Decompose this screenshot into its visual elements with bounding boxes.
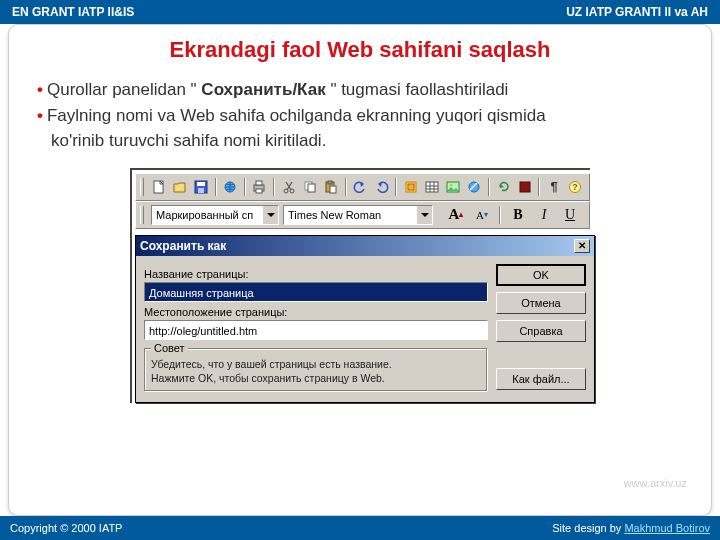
increase-font-button[interactable]: A▴ xyxy=(445,205,467,225)
bullet-dot: • xyxy=(37,103,43,129)
insert-table-button[interactable] xyxy=(422,177,441,197)
hyperlink-button[interactable] xyxy=(465,177,484,197)
page-name-label: Название страницы: xyxy=(144,268,488,280)
style-combo[interactable]: Маркированный сп xyxy=(151,205,279,225)
embedded-app-screenshot: ¶ ? Маркированный сп Times New Roman A▴ xyxy=(130,168,590,403)
copyright: Copyright © 2000 IATP xyxy=(10,522,122,534)
cancel-button[interactable]: Отмена xyxy=(496,292,586,314)
copy-button[interactable] xyxy=(300,177,319,197)
svg-rect-7 xyxy=(256,189,262,193)
hint-legend: Совет xyxy=(151,342,188,354)
bullet-list: • Qurollar panelidan " Сохранить/Как " t… xyxy=(37,77,687,154)
paste-button[interactable] xyxy=(321,177,340,197)
designer-link[interactable]: Makhmud Botirov xyxy=(624,522,710,534)
svg-point-9 xyxy=(290,189,294,193)
hint-line-2: Нажмите OK, чтобы сохранить страницу в W… xyxy=(151,371,481,385)
page-location-input[interactable]: http://oleg/untitled.htm xyxy=(144,320,488,340)
bullet-text-2-cont: ko'rinib turuvchi sahifa nomi kiritiladi… xyxy=(37,128,687,154)
refresh-button[interactable] xyxy=(494,177,513,197)
svg-point-8 xyxy=(284,189,288,193)
footer: Copyright © 2000 IATP Site design by Mak… xyxy=(0,516,720,540)
toolbar-separator xyxy=(395,178,397,196)
toolbar-grip[interactable] xyxy=(140,206,144,224)
toolbar-grip[interactable] xyxy=(140,178,144,196)
hint-line-1: Убедитесь, что у вашей страницы есть наз… xyxy=(151,357,481,371)
insert-image-button[interactable] xyxy=(444,177,463,197)
italic-button[interactable]: I xyxy=(533,205,555,225)
save-button[interactable] xyxy=(191,177,210,197)
design-credit: Site design by Makhmud Botirov xyxy=(552,522,710,534)
toolbar-separator xyxy=(273,178,275,196)
watermark: www.arxiv.uz xyxy=(624,477,687,489)
publish-web-button[interactable] xyxy=(221,177,240,197)
bullet-text-2: Faylning nomi va Web sahifa ochilganda e… xyxy=(47,103,546,129)
header-right: UZ IATP GRANTI II va AH xyxy=(566,5,708,19)
toolbar-separator xyxy=(538,178,540,196)
svg-text:?: ? xyxy=(573,182,579,192)
svg-rect-11 xyxy=(308,184,315,192)
svg-rect-2 xyxy=(197,182,205,186)
svg-rect-17 xyxy=(426,182,438,192)
as-file-button[interactable]: Как файл... xyxy=(496,368,586,390)
svg-rect-13 xyxy=(328,181,332,184)
bullet-dot: • xyxy=(37,77,43,103)
close-button[interactable]: ✕ xyxy=(574,239,590,253)
underline-button[interactable]: U xyxy=(559,205,581,225)
hint-groupbox: Совет Убедитесь, что у вашей страницы ес… xyxy=(144,348,488,392)
print-button[interactable] xyxy=(250,177,269,197)
toolbar-separator xyxy=(345,178,347,196)
help-button[interactable]: Справка xyxy=(496,320,586,342)
chevron-down-icon[interactable] xyxy=(416,206,432,224)
insert-component-button[interactable] xyxy=(401,177,420,197)
cut-button[interactable] xyxy=(279,177,298,197)
bold-button[interactable]: B xyxy=(507,205,529,225)
header-left: EN GRANT IATP II&IS xyxy=(12,5,134,19)
svg-rect-21 xyxy=(520,182,530,192)
toolbar-separator xyxy=(244,178,246,196)
page-name-input[interactable]: Домашняя страница xyxy=(144,282,488,302)
open-button[interactable] xyxy=(170,177,189,197)
toolbar-separator xyxy=(488,178,490,196)
stop-button[interactable] xyxy=(515,177,534,197)
dialog-titlebar[interactable]: Сохранить как ✕ xyxy=(136,236,594,256)
redo-button[interactable] xyxy=(372,177,391,197)
ok-button[interactable]: OK xyxy=(496,264,586,286)
format-toolbar: Маркированный сп Times New Roman A▴ A▾ B… xyxy=(135,201,590,229)
new-button[interactable] xyxy=(149,177,168,197)
page-location-label: Местоположение страницы: xyxy=(144,306,488,318)
page-title: Ekrandagi faol Web sahifani saqlash xyxy=(33,37,687,63)
undo-button[interactable] xyxy=(351,177,370,197)
svg-point-19 xyxy=(450,183,452,185)
svg-rect-3 xyxy=(198,188,204,193)
decrease-font-button[interactable]: A▾ xyxy=(471,205,493,225)
svg-rect-6 xyxy=(256,181,262,185)
slide-content: Ekrandagi faol Web sahifani saqlash • Qu… xyxy=(8,24,712,516)
toolbar-separator xyxy=(499,206,501,224)
show-nonprinting-button[interactable]: ¶ xyxy=(544,177,563,197)
standard-toolbar: ¶ ? xyxy=(135,173,590,201)
bullet-text-1: Qurollar panelidan " Сохранить/Как " tug… xyxy=(47,77,508,103)
toolbar-separator xyxy=(215,178,217,196)
chevron-down-icon[interactable] xyxy=(262,206,278,224)
help-button[interactable]: ? xyxy=(566,177,585,197)
font-combo[interactable]: Times New Roman xyxy=(283,205,433,225)
top-header: EN GRANT IATP II&IS UZ IATP GRANTI II va… xyxy=(0,0,720,24)
svg-rect-16 xyxy=(408,184,414,190)
save-as-dialog: Сохранить как ✕ Название страницы: Домаш… xyxy=(135,235,595,403)
dialog-title: Сохранить как xyxy=(140,239,226,253)
svg-rect-14 xyxy=(330,186,336,193)
